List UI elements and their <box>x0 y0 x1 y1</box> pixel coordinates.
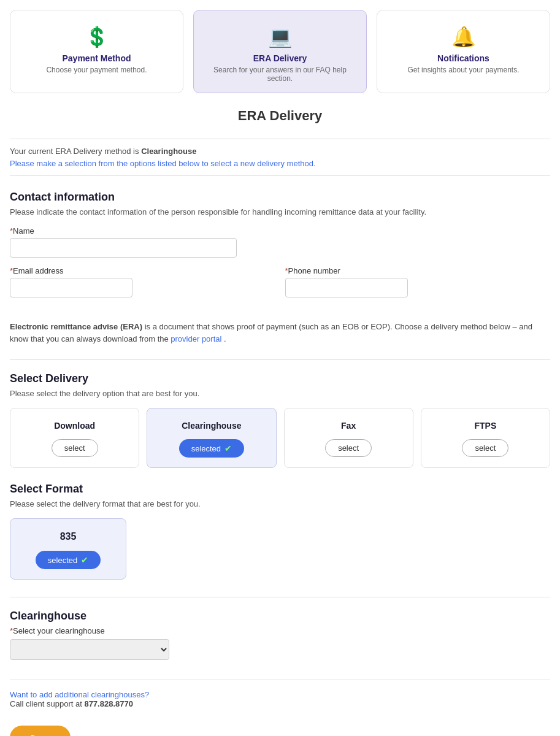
divider-1 <box>10 359 550 360</box>
email-field-group: *Email address <box>10 266 275 297</box>
clearinghouse-select[interactable] <box>10 639 169 660</box>
support-phone: 877.828.8770 <box>84 699 133 708</box>
check-icon: ✔ <box>224 443 232 453</box>
phone-field-group: *Phone number <box>285 266 551 297</box>
payment-method-subtitle: Choose your payment method. <box>20 66 173 74</box>
email-label: *Email address <box>10 266 275 275</box>
notifications-icon: 🔔 <box>387 25 540 48</box>
era-delivery-icon: 💻 <box>204 25 356 48</box>
delivery-card-ftps: FTPS select <box>421 408 550 468</box>
delivery-section: Select Delivery Please select the delive… <box>10 372 550 468</box>
save-button[interactable]: Save <box>10 726 71 736</box>
format-section: Select Format Please select the delivery… <box>10 483 550 580</box>
email-phone-row: *Email address *Phone number <box>10 266 550 306</box>
phone-input[interactable] <box>285 278 408 297</box>
provider-portal-link[interactable]: provider portal <box>171 334 221 343</box>
era-delivery-title: ERA Delivery <box>204 53 356 63</box>
fax-select-button[interactable]: select <box>325 439 372 457</box>
nav-card-era-delivery[interactable]: 💻 ERA Delivery Search for your answers i… <box>193 10 367 93</box>
selection-prompt-link[interactable]: Please make a selection from the options… <box>10 159 316 168</box>
ftps-label: FTPS <box>429 421 542 431</box>
email-input[interactable] <box>10 278 132 297</box>
delivery-card-download: Download select <box>10 408 139 468</box>
current-method-text: Your current ERA Delivery method is Clea… <box>10 147 550 156</box>
fax-label: Fax <box>292 421 405 431</box>
contact-section-desc: Please indicate the contact information … <box>10 207 550 217</box>
format-cards: 835 selected ✔ <box>10 518 550 580</box>
nav-cards: 💲 Payment Method Choose your payment met… <box>10 10 550 93</box>
format-section-title: Select Format <box>10 483 550 496</box>
era-delivery-subtitle: Search for your answers in our FAQ help … <box>204 66 356 83</box>
clearinghouse-section: Clearinghouse *Select your clearinghouse <box>10 610 550 660</box>
delivery-section-title: Select Delivery <box>10 372 550 385</box>
clearinghouse-section-title: Clearinghouse <box>10 610 550 623</box>
delivery-card-clearinghouse: Clearinghouse selected ✔ <box>147 408 276 468</box>
notifications-title: Notifications <box>387 53 540 63</box>
clearinghouse-label: Clearinghouse <box>155 421 268 431</box>
support-text: Call client support at <box>10 699 82 708</box>
delivery-cards: Download select Clearinghouse selected ✔… <box>10 408 550 468</box>
divider-2 <box>10 597 550 597</box>
name-field-group: *Name <box>10 226 550 258</box>
ftps-select-button[interactable]: select <box>462 439 508 457</box>
download-label: Download <box>18 421 131 431</box>
format-835-label: 835 <box>18 531 118 542</box>
format-section-desc: Please select the delivery format that a… <box>10 499 550 508</box>
contact-section: Contact information Please indicate the … <box>10 191 550 306</box>
nav-card-payment-method[interactable]: 💲 Payment Method Choose your payment met… <box>10 10 183 93</box>
clearinghouse-select-button[interactable]: selected ✔ <box>179 439 244 458</box>
info-bar: Your current ERA Delivery method is Clea… <box>10 139 550 176</box>
clearinghouse-select-label: *Select your clearinghouse <box>10 626 550 635</box>
delivery-card-fax: Fax select <box>284 408 413 468</box>
name-input[interactable] <box>10 238 237 258</box>
download-select-button[interactable]: select <box>52 439 98 457</box>
format-835-select-button[interactable]: selected ✔ <box>36 551 101 569</box>
contact-section-title: Contact information <box>10 191 550 204</box>
format-check-icon: ✔ <box>81 555 88 565</box>
notifications-subtitle: Get insights about your payments. <box>387 66 540 74</box>
phone-label: *Phone number <box>285 266 551 275</box>
payment-method-title: Payment Method <box>20 53 173 63</box>
era-info-text: Electronic remittance advise (ERA) is a … <box>10 321 550 345</box>
payment-method-icon: 💲 <box>20 25 173 48</box>
add-clearinghouse-link[interactable]: Want to add additional clearinghouses? <box>10 690 149 699</box>
page-title: ERA Delivery <box>10 108 550 124</box>
name-label: *Name <box>10 226 550 236</box>
footer-info: Want to add additional clearinghouses? C… <box>10 680 550 708</box>
format-card-835: 835 selected ✔ <box>10 518 126 580</box>
nav-card-notifications[interactable]: 🔔 Notifications Get insights about your … <box>377 10 550 93</box>
delivery-section-desc: Please select the delivery option that a… <box>10 389 550 398</box>
